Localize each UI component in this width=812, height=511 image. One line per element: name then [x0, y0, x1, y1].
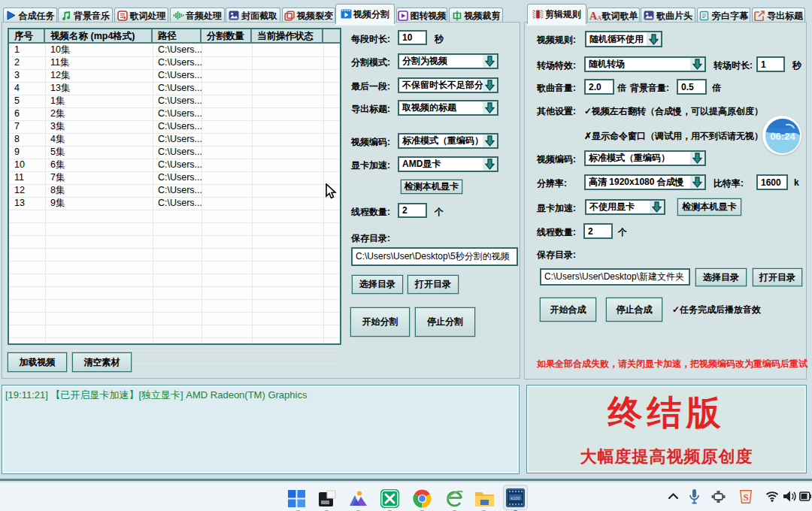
- svg-text:06:24: 06:24: [770, 131, 795, 142]
- svg-text:S: S: [743, 491, 748, 503]
- svg-text:A: A: [597, 14, 602, 21]
- svg-text:k100: k100: [511, 496, 520, 500]
